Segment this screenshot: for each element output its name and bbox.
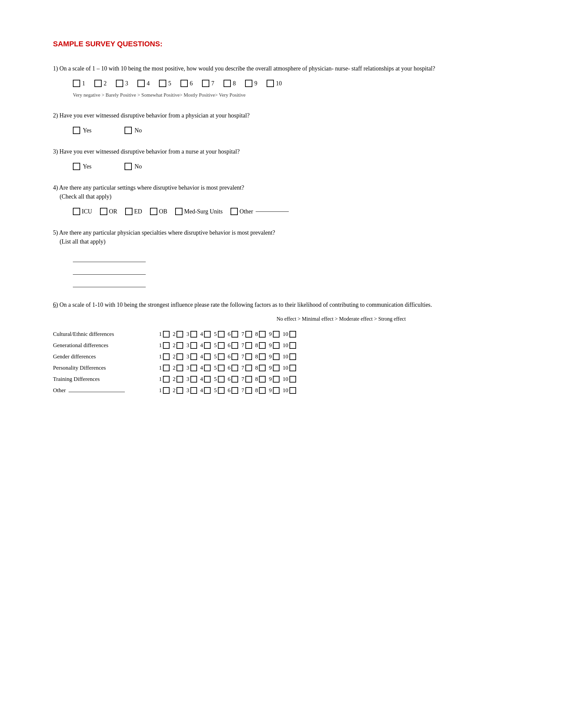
- other-5[interactable]: 5: [214, 387, 224, 394]
- training-4[interactable]: 4: [200, 376, 211, 383]
- scale-checkbox-6[interactable]: [180, 80, 188, 87]
- other-8[interactable]: 8: [255, 387, 266, 394]
- generational-4[interactable]: 4: [200, 342, 211, 349]
- other-2[interactable]: 2: [173, 387, 183, 394]
- cultural-5[interactable]: 5: [214, 331, 224, 338]
- personality-3[interactable]: 3: [186, 365, 197, 371]
- scale-item-1[interactable]: 1: [73, 80, 85, 87]
- training-10[interactable]: 10: [283, 376, 296, 383]
- other-4[interactable]: 4: [200, 387, 211, 394]
- training-8[interactable]: 8: [255, 376, 266, 383]
- q3-no-checkbox[interactable]: [124, 163, 132, 170]
- scale-item-5[interactable]: 5: [159, 80, 171, 87]
- generational-2[interactable]: 2: [173, 342, 183, 349]
- personality-4[interactable]: 4: [200, 365, 211, 371]
- q4-ed[interactable]: ED: [125, 208, 142, 215]
- cultural-1[interactable]: 1: [159, 331, 169, 338]
- scale-checkbox-5[interactable]: [159, 80, 166, 87]
- q4-or-checkbox[interactable]: [100, 208, 107, 215]
- personality-10[interactable]: 10: [283, 365, 296, 371]
- personality-2[interactable]: 2: [173, 365, 183, 371]
- scale-checkbox-3[interactable]: [116, 80, 123, 87]
- generational-9[interactable]: 9: [269, 342, 279, 349]
- other-6[interactable]: 6: [228, 387, 238, 394]
- personality-9[interactable]: 9: [269, 365, 279, 371]
- q2-yes-checkbox[interactable]: [73, 127, 80, 134]
- q4-icu-checkbox[interactable]: [73, 208, 80, 215]
- training-3[interactable]: 3: [186, 376, 197, 383]
- scale-checkbox-4[interactable]: [137, 80, 145, 87]
- gender-3[interactable]: 3: [186, 353, 197, 360]
- cultural-9[interactable]: 9: [269, 331, 279, 338]
- q2-no-checkbox[interactable]: [124, 127, 132, 134]
- other-10[interactable]: 10: [283, 387, 296, 394]
- q4-ob[interactable]: OB: [150, 208, 167, 215]
- gender-7[interactable]: 7: [241, 353, 252, 360]
- scale-checkbox-10[interactable]: [266, 80, 274, 87]
- other-9[interactable]: 9: [269, 387, 279, 394]
- gender-4[interactable]: 4: [200, 353, 211, 360]
- q4-other[interactable]: Other: [230, 208, 289, 215]
- personality-6[interactable]: 6: [228, 365, 238, 371]
- gender-6[interactable]: 6: [228, 353, 238, 360]
- scale-checkbox-8[interactable]: [223, 80, 231, 87]
- q3-yes[interactable]: Yes: [73, 163, 91, 170]
- personality-8[interactable]: 8: [255, 365, 266, 371]
- gender-5[interactable]: 5: [214, 353, 224, 360]
- q2-no[interactable]: No: [124, 127, 142, 134]
- cultural-6[interactable]: 6: [228, 331, 238, 338]
- q4-medsurg-checkbox[interactable]: [175, 208, 182, 215]
- generational-8[interactable]: 8: [255, 342, 266, 349]
- q4-other-line[interactable]: [256, 211, 289, 212]
- q5-line-3[interactable]: [73, 278, 146, 287]
- gender-10[interactable]: 10: [283, 353, 296, 360]
- cultural-10[interactable]: 10: [283, 331, 296, 338]
- cultural-4[interactable]: 4: [200, 331, 211, 338]
- training-2[interactable]: 2: [173, 376, 183, 383]
- generational-6[interactable]: 6: [228, 342, 238, 349]
- personality-1[interactable]: 1: [159, 365, 169, 371]
- scale-item-4[interactable]: 4: [137, 80, 150, 87]
- scale-item-8[interactable]: 8: [223, 80, 236, 87]
- gender-9[interactable]: 9: [269, 353, 279, 360]
- other-1[interactable]: 1: [159, 387, 169, 394]
- cultural-7[interactable]: 7: [241, 331, 252, 338]
- q3-yes-checkbox[interactable]: [73, 163, 80, 170]
- scale-item-6[interactable]: 6: [180, 80, 193, 87]
- q4-ob-checkbox[interactable]: [150, 208, 157, 215]
- other-3[interactable]: 3: [186, 387, 197, 394]
- training-7[interactable]: 7: [241, 376, 252, 383]
- gender-1[interactable]: 1: [159, 353, 169, 360]
- generational-3[interactable]: 3: [186, 342, 197, 349]
- scale-item-3[interactable]: 3: [116, 80, 128, 87]
- scale-checkbox-2[interactable]: [94, 80, 102, 87]
- training-9[interactable]: 9: [269, 376, 279, 383]
- q4-or[interactable]: OR: [100, 208, 117, 215]
- scale-checkbox-9[interactable]: [245, 80, 252, 87]
- training-5[interactable]: 5: [214, 376, 224, 383]
- q4-medsurg[interactable]: Med-Surg Units: [175, 208, 222, 215]
- q4-ed-checkbox[interactable]: [125, 208, 132, 215]
- personality-5[interactable]: 5: [214, 365, 224, 371]
- generational-7[interactable]: 7: [241, 342, 252, 349]
- q3-no[interactable]: No: [124, 163, 142, 170]
- generational-5[interactable]: 5: [214, 342, 224, 349]
- q4-other-checkbox[interactable]: [230, 208, 238, 215]
- other-row-fill-line[interactable]: [69, 392, 125, 392]
- generational-1[interactable]: 1: [159, 342, 169, 349]
- scale-item-2[interactable]: 2: [94, 80, 107, 87]
- q5-line-1[interactable]: [73, 253, 146, 262]
- training-1[interactable]: 1: [159, 376, 169, 383]
- cultural-3[interactable]: 3: [186, 331, 197, 338]
- gender-8[interactable]: 8: [255, 353, 266, 360]
- cultural-8[interactable]: 8: [255, 331, 266, 338]
- scale-item-7[interactable]: 7: [202, 80, 214, 87]
- other-7[interactable]: 7: [241, 387, 252, 394]
- q2-yes[interactable]: Yes: [73, 127, 91, 134]
- q4-icu[interactable]: ICU: [73, 208, 92, 215]
- training-6[interactable]: 6: [228, 376, 238, 383]
- personality-7[interactable]: 7: [241, 365, 252, 371]
- generational-10[interactable]: 10: [283, 342, 296, 349]
- gender-2[interactable]: 2: [173, 353, 183, 360]
- scale-item-9[interactable]: 9: [245, 80, 257, 87]
